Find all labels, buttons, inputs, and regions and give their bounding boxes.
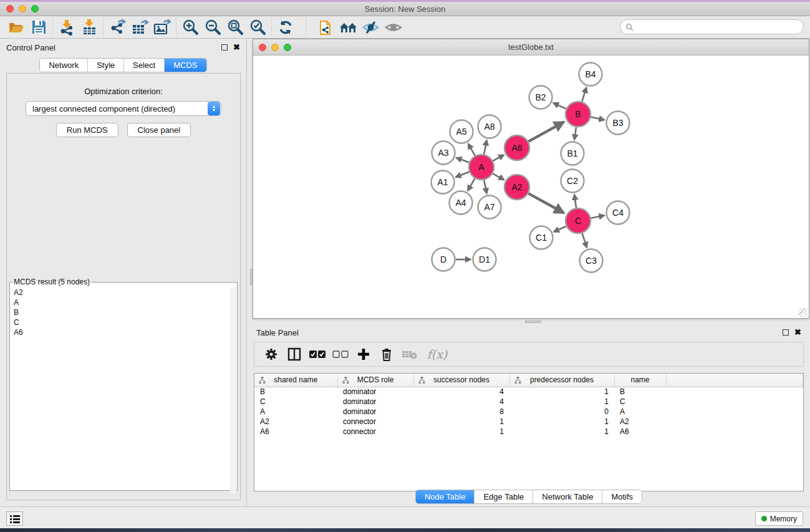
graph-node-B2[interactable]: B2 xyxy=(529,86,552,109)
graph-node-A2[interactable]: A2 xyxy=(504,175,529,200)
tab-node-table[interactable]: Node Table xyxy=(416,490,475,503)
splitter-handle[interactable] xyxy=(525,321,541,323)
column-header-predecessor-nodes[interactable]: predecessor nodes xyxy=(509,374,614,387)
graph-edge-C-C1[interactable] xyxy=(554,226,566,232)
graph-node-B4[interactable]: B4 xyxy=(579,63,602,86)
graph-node-A[interactable]: A xyxy=(469,155,494,180)
graph-edge-A-A4[interactable] xyxy=(468,178,475,190)
graph-edge-A-A7[interactable] xyxy=(484,180,486,193)
column-header-shared-name[interactable]: shared name xyxy=(254,374,337,387)
graph-node-A4[interactable]: A4 xyxy=(450,191,473,215)
tab-motifs[interactable]: Motifs xyxy=(602,490,642,503)
graph-node-C4[interactable]: C4 xyxy=(607,201,630,225)
import-network-button[interactable] xyxy=(55,18,78,37)
deselect-all-columns-button[interactable] xyxy=(331,345,350,364)
export-image-button[interactable] xyxy=(151,18,173,37)
graph-node-D1[interactable]: D1 xyxy=(473,248,496,271)
show-selected-button[interactable] xyxy=(382,18,405,37)
mcds-result-item[interactable]: A6 xyxy=(14,327,237,337)
refresh-button[interactable] xyxy=(274,18,297,37)
table-settings-button[interactable] xyxy=(262,345,281,364)
graph-node-B[interactable]: B xyxy=(566,102,591,127)
graph-node-D[interactable]: D xyxy=(432,248,455,271)
tab-mcds[interactable]: MCDS xyxy=(165,59,206,72)
zoom-out-button[interactable] xyxy=(201,18,224,37)
graph-edge-A-A2[interactable] xyxy=(493,173,504,180)
table-row[interactable]: Cdominator41C xyxy=(254,397,803,407)
float-panel-icon[interactable] xyxy=(221,44,228,51)
graph-node-C3[interactable]: C3 xyxy=(580,249,603,273)
graph-node-B1[interactable]: B1 xyxy=(561,142,584,165)
hide-selected-button[interactable] xyxy=(360,18,382,37)
tab-edge-table[interactable]: Edge Table xyxy=(475,490,533,503)
graph-edge-A-A1[interactable] xyxy=(456,172,470,177)
select-all-columns-button[interactable] xyxy=(308,345,327,364)
mcds-result-item[interactable]: A2 xyxy=(14,288,237,297)
mcds-result-list[interactable]: A2ABCA6 xyxy=(10,286,237,337)
save-session-button[interactable] xyxy=(27,18,50,37)
mcds-result-item[interactable]: B xyxy=(14,307,237,317)
column-header-MCDS-role[interactable]: MCDS role xyxy=(337,374,413,387)
export-table-button[interactable] xyxy=(128,18,151,37)
graph-edge-C-C2[interactable] xyxy=(574,195,576,208)
graph-node-A5[interactable]: A5 xyxy=(450,120,473,143)
result-scrollbar[interactable] xyxy=(230,288,236,493)
graph-edge-A2-C[interactable] xyxy=(528,193,563,213)
table-row[interactable]: A2connector11A2 xyxy=(254,417,803,427)
graph-edge-B-B3[interactable] xyxy=(591,117,605,120)
global-search-field[interactable] xyxy=(620,19,804,34)
close-panel-icon[interactable]: ✖ xyxy=(794,329,801,336)
graph-node-A1[interactable]: A1 xyxy=(432,171,455,194)
network-graph[interactable]: B4B2BB3A8A5A6A3B1AC2A1A2A4A7C4CC1C3DD1 xyxy=(253,56,809,318)
open-file-button[interactable] xyxy=(5,18,27,37)
splitter-handle[interactable] xyxy=(250,269,253,285)
search-input[interactable] xyxy=(637,22,803,31)
memory-button[interactable]: Memory xyxy=(755,511,803,526)
graph-node-C2[interactable]: C2 xyxy=(561,170,584,193)
delete-table-button[interactable] xyxy=(400,345,419,364)
tab-style[interactable]: Style xyxy=(88,59,124,72)
graph-node-A7[interactable]: A7 xyxy=(478,196,501,219)
create-column-button[interactable] xyxy=(354,345,373,364)
graph-edge-B-B2[interactable] xyxy=(553,103,566,109)
zoom-selected-button[interactable] xyxy=(246,18,269,37)
network-canvas[interactable]: B4B2BB3A8A5A6A3B1AC2A1A2A4A7C4CC1C3DD1 xyxy=(253,56,809,318)
column-header-successor-nodes[interactable]: successor nodes xyxy=(413,374,509,387)
graph-node-B3[interactable]: B3 xyxy=(607,112,630,135)
graph-node-A8[interactable]: A8 xyxy=(478,115,501,138)
column-header-name[interactable]: name xyxy=(614,374,666,387)
graph-node-C1[interactable]: C1 xyxy=(530,226,553,249)
window-resize-grip[interactable] xyxy=(799,308,808,317)
mcds-result-item[interactable]: C xyxy=(14,317,237,327)
show-all-networks-button[interactable] xyxy=(337,18,360,37)
graph-node-C[interactable]: C xyxy=(566,208,591,233)
show-columns-button[interactable] xyxy=(285,345,304,364)
zoom-in-button[interactable] xyxy=(179,18,201,37)
tab-network[interactable]: Network xyxy=(40,59,88,72)
task-history-button[interactable] xyxy=(6,511,23,526)
table-row[interactable]: A6connector11A6 xyxy=(254,427,803,437)
graph-edge-C-C3[interactable] xyxy=(582,233,587,248)
close-panel-icon[interactable]: ✖ xyxy=(233,44,240,51)
graph-node-A3[interactable]: A3 xyxy=(432,142,455,165)
graph-edge-A-A6[interactable] xyxy=(493,155,504,161)
delete-column-button[interactable] xyxy=(377,345,396,364)
graph-node-A6[interactable]: A6 xyxy=(504,135,529,160)
table-row[interactable]: Bdominator41B xyxy=(254,387,803,397)
graph-edge-A6-B[interactable] xyxy=(528,122,563,142)
zoom-fit-button[interactable] xyxy=(224,18,246,37)
close-panel-button[interactable]: Close panel xyxy=(127,123,191,137)
tab-select[interactable]: Select xyxy=(124,59,165,72)
run-mcds-button[interactable]: Run MCDS xyxy=(56,123,118,137)
mcds-result-item[interactable]: A xyxy=(14,297,237,307)
optimization-criterion-select[interactable]: largest connected component (directed) ▲… xyxy=(26,101,221,116)
import-table-button[interactable] xyxy=(78,18,100,37)
graph-edge-A-A8[interactable] xyxy=(484,140,486,154)
node-table[interactable]: shared nameMCDS rolesuccessor nodesprede… xyxy=(254,374,803,437)
graph-edge-B-B4[interactable] xyxy=(582,87,586,102)
new-session-button[interactable] xyxy=(315,18,337,37)
export-network-button[interactable] xyxy=(106,18,128,37)
function-builder-button[interactable]: f(x) xyxy=(423,345,451,364)
float-panel-icon[interactable] xyxy=(783,329,789,336)
table-row[interactable]: Adominator80A xyxy=(254,407,803,417)
